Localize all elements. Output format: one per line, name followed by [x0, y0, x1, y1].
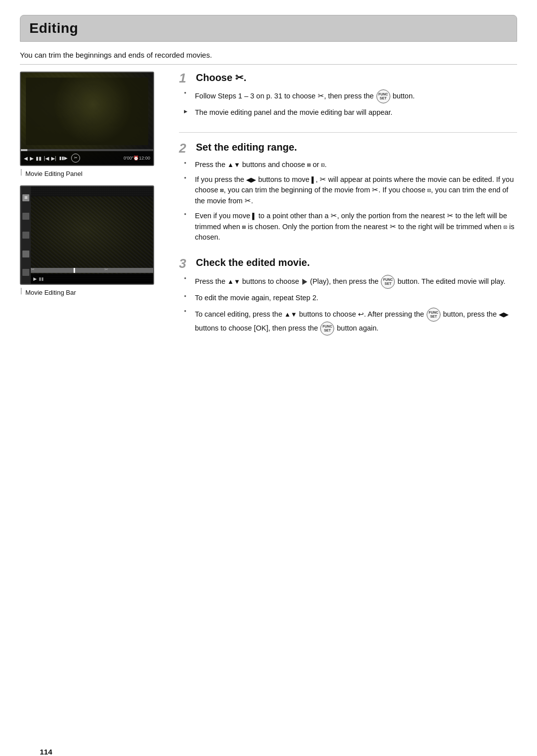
- updown-icon-3: ▲▼: [284, 311, 297, 318]
- scissors-ref-1: ✂: [320, 175, 326, 183]
- play-icon: [302, 279, 307, 285]
- func-set-button-1: FUNCSET: [376, 89, 390, 103]
- step-3-bullets: Press the ▲▼ buttons to choose (Play), t…: [184, 275, 517, 336]
- step-3-bullet-3: To cancel editing, press the ▲▼ buttons …: [184, 308, 517, 336]
- step-3-header: 3 Check the edited movie.: [179, 257, 517, 270]
- step-2-number: 2: [179, 142, 191, 155]
- cursor-icon-2: ▌: [252, 213, 257, 220]
- step-3-number: 3: [179, 257, 191, 270]
- func-set-button-3: FUNCSET: [427, 308, 441, 322]
- step-2-bullet-2: If you press the ◀▶ buttons to move ▌, ✂…: [184, 174, 517, 207]
- step-1-number: 1: [179, 72, 191, 84]
- trim-start-ref2: ⊠: [242, 224, 246, 231]
- step-3-title: Check the edited movie.: [196, 257, 310, 268]
- page-title: Editing: [29, 20, 508, 36]
- caption-movie-panel: Movie Editing Panel: [25, 170, 83, 177]
- step-1-bullet-1: Follow Steps 1 – 3 on p. 31 to choose ✂,…: [184, 89, 517, 103]
- panel-icon-4: [22, 251, 29, 257]
- updown-icon-2: ▲▼: [227, 278, 240, 285]
- undo-icon: ↩: [358, 310, 364, 318]
- caption2-area: │ Movie Editing Bar: [20, 287, 164, 299]
- step-2-header: 2 Set the editing range.: [179, 142, 517, 155]
- left-panel-icons: ⊠: [21, 186, 31, 284]
- step-1-title: Choose ✂.: [196, 72, 246, 84]
- step-3-bullet-1: Press the ▲▼ buttons to choose (Play), t…: [184, 275, 517, 289]
- scissors-ref-5: ✂: [447, 212, 453, 220]
- scissors-ref-2: ✂: [372, 186, 378, 194]
- func-set-button-2: FUNCSET: [381, 275, 395, 289]
- page-number: 114: [40, 748, 52, 756]
- step-2-title: Set the editing range.: [196, 142, 297, 153]
- step-3-bullet-2: To edit the movie again, repeat Step 2.: [184, 293, 517, 304]
- caption-movie-bar: Movie Editing Bar: [25, 289, 76, 296]
- screenshot-movie-panel: ◀ ▶ ▮▮ |◀ ▶| ▮▮▶ ✂ 0'00"⏰12:00: [20, 72, 154, 166]
- trim-end-ref2: ⊡: [504, 224, 507, 231]
- trim-start-ref: ⊠: [220, 187, 224, 194]
- updown-icon-1: ▲▼: [227, 161, 240, 168]
- panel-icon-3: [22, 232, 29, 239]
- func-set-button-4: FUNCSET: [320, 322, 334, 336]
- video-controls-bar: ◀ ▶ ▮▮ |◀ ▶| ▮▮▶ ✂ 0'00"⏰12:00: [21, 151, 153, 165]
- step-2-bullet-3: Even if you move ▌ to a point other than…: [184, 211, 517, 243]
- leftright-icon-1: ◀▶: [246, 176, 256, 183]
- time-display-1: 0'00"⏰12:00: [124, 156, 150, 161]
- caption1-area: │ Movie Editing Panel: [20, 168, 164, 180]
- scissors-ref-6: ✂: [390, 223, 396, 231]
- step-2-block: 2 Set the editing range. Press the ▲▼ bu…: [179, 142, 517, 243]
- trim-start-icon: ⊠: [307, 162, 311, 168]
- right-column: 1 Choose ✂. Follow Steps 1 – 3 on p. 31 …: [174, 72, 517, 349]
- step-1-bullet-2: The movie editing panel and the movie ed…: [184, 107, 517, 118]
- main-video-area: [31, 196, 153, 274]
- edit-bar-track: ✂ ✂: [31, 268, 153, 273]
- step-1-header: 1 Choose ✂.: [179, 72, 517, 84]
- step-1-bullets: Follow Steps 1 – 3 on p. 31 to choose ✂,…: [184, 89, 517, 118]
- panel-icon-1: ⊠: [22, 194, 29, 201]
- left-column: ◀ ▶ ▮▮ |◀ ▶| ▮▮▶ ✂ 0'00"⏰12:00: [20, 72, 174, 349]
- bottom-controls: ▶ ▮▮: [31, 274, 153, 284]
- scissors-ref-4: ✂: [331, 212, 337, 220]
- trim-end-icon: ⊡: [321, 162, 325, 168]
- step-3-block: 3 Check the edited movie. Press the ▲▼ b…: [179, 257, 517, 336]
- step-2-bullet-1: Press the ▲▼ buttons and choose ⊠ or ⊡.: [184, 160, 517, 170]
- trim-end-ref: ⊡: [428, 187, 431, 194]
- leftright-icon-2: ◀▶: [499, 311, 509, 318]
- scissors-ref-3: ✂: [245, 197, 251, 205]
- panel-icon-5: [22, 269, 29, 276]
- cursor-icon-1: ▌: [311, 176, 316, 183]
- edit-bar-thumb: [74, 268, 75, 273]
- page-title-bar: Editing: [20, 15, 517, 42]
- step-2-bullets: Press the ▲▼ buttons and choose ⊠ or ⊡. …: [184, 160, 517, 243]
- intro-text: You can trim the beginnings and ends of …: [20, 51, 517, 65]
- panel-icon-2: [22, 213, 29, 220]
- step-1-block: 1 Choose ✂. Follow Steps 1 – 3 on p. 31 …: [179, 72, 517, 118]
- screenshot-movie-bar: ⊠ 0' 32' ✂ ✂: [20, 185, 154, 285]
- divider-1: [179, 132, 517, 133]
- content-area: ◀ ▶ ▮▮ |◀ ▶| ▮▮▶ ✂ 0'00"⏰12:00: [20, 72, 517, 349]
